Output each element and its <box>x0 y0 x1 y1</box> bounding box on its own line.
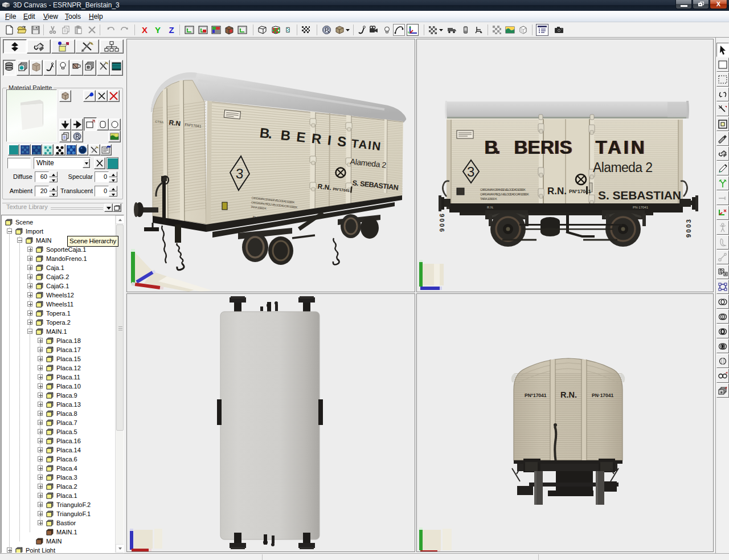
svg-text:9003: 9003 <box>685 218 692 238</box>
svg-text:R.N.: R.N. <box>547 186 567 197</box>
svg-text:Alameda 2: Alameda 2 <box>593 160 653 175</box>
svg-text:R.N.: R.N. <box>487 206 494 209</box>
svg-text:CARGA MAX. GRANDE VELOCIDAD 10: CARGA MAX. GRANDE VELOCIDAD 10300 K <box>480 188 526 191</box>
svg-text:R.N.: R.N. <box>560 390 577 399</box>
svg-text:R.N: R.N <box>169 118 181 128</box>
svg-text:PNº17041: PNº17041 <box>525 393 547 398</box>
svg-text:CARGA MAX. PEQU. VELOCIDAD CAR: CARGA MAX. PEQU. VELOCIDAD CAR 10300 K <box>480 193 529 196</box>
svg-text:TAIN: TAIN <box>595 137 645 158</box>
svg-text:9006: 9006 <box>439 214 445 233</box>
svg-text:PN·17041: PN·17041 <box>592 393 614 398</box>
svg-text:S. SEBASTIAN: S. SEBASTIAN <box>598 189 682 202</box>
svg-text:3: 3 <box>467 164 474 179</box>
svg-text:BERIS: BERIS <box>514 137 573 158</box>
svg-text:PN·17041: PN·17041 <box>633 206 649 209</box>
svg-text:R.N.: R.N. <box>317 182 331 192</box>
svg-text:B.: B. <box>259 125 273 141</box>
svg-text:TARA 10900 K: TARA 10900 K <box>480 197 497 201</box>
svg-text:3: 3 <box>235 166 244 182</box>
svg-text:B.: B. <box>484 137 500 158</box>
